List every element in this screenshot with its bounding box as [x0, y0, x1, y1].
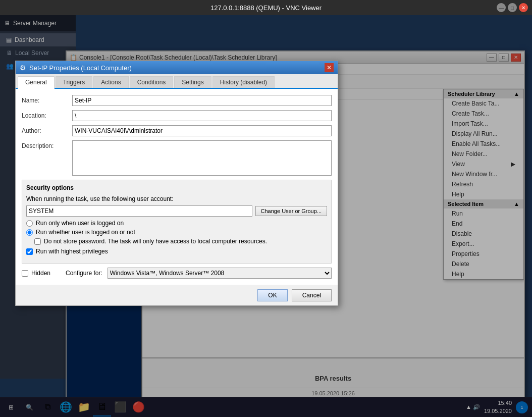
vnc-close-button[interactable]: ✕	[519, 3, 528, 12]
ok-button[interactable]: OK	[257, 289, 287, 301]
author-label: Author:	[22, 125, 72, 134]
desktop: 🖥 Server Manager ▤ Dashboard 🖥 Local Ser…	[0, 15, 532, 417]
dialog-title: Set-IP Properties (Local Computer)	[29, 64, 322, 72]
vnc-minimize-button[interactable]: —	[497, 3, 506, 12]
hidden-row: Hidden	[22, 270, 50, 277]
change-user-button[interactable]: Change User or Group...	[255, 206, 327, 216]
no-store-password-row: Do not store password. The task will onl…	[34, 238, 327, 245]
name-row: Name:	[22, 95, 332, 106]
radio-not-logged-on[interactable]	[26, 229, 33, 236]
tab-history[interactable]: History (disabled)	[212, 76, 275, 88]
location-row: Location:	[22, 110, 332, 121]
run-highest-row: Run with highest privileges	[26, 248, 327, 255]
radio-not-logged-on-label: Run whether user is logged on or not	[36, 229, 135, 236]
tab-settings[interactable]: Settings	[174, 76, 211, 88]
tab-conditions[interactable]: Conditions	[130, 76, 174, 88]
vnc-maximize-button[interactable]: □	[508, 3, 517, 12]
config-row: Hidden Configure for: Windows Vista™, Wi…	[22, 268, 332, 279]
radio-not-logged-on-row: Run whether user is logged on or not	[26, 229, 327, 236]
tab-triggers[interactable]: Triggers	[56, 76, 93, 88]
security-subtitle: When running the task, use the following…	[26, 195, 327, 202]
cancel-button[interactable]: Cancel	[292, 289, 332, 301]
set-ip-dialog: ⚙ Set-IP Properties (Local Computer) ✕ G…	[15, 61, 338, 306]
location-label: Location:	[22, 110, 72, 119]
dialog-title-icon: ⚙	[20, 64, 26, 72]
name-field[interactable]	[72, 95, 332, 106]
run-highest-checkbox[interactable]	[26, 248, 33, 255]
name-label: Name:	[22, 95, 72, 104]
configure-for-label: Configure for:	[66, 270, 102, 277]
security-options-section: Security options When running the task, …	[22, 180, 332, 264]
author-field[interactable]	[72, 125, 332, 136]
dialog-overlay: ⚙ Set-IP Properties (Local Computer) ✕ G…	[0, 15, 532, 417]
hidden-label: Hidden	[31, 270, 50, 277]
tab-actions[interactable]: Actions	[93, 76, 128, 88]
run-highest-label: Run with highest privileges	[36, 248, 108, 255]
location-field[interactable]	[72, 110, 332, 121]
no-store-password-label: Do not store password. The task will onl…	[44, 238, 267, 245]
vnc-title: 127.0.0.1:8888 (QEMU) - VNC Viewer	[210, 4, 322, 12]
dialog-titlebar: ⚙ Set-IP Properties (Local Computer) ✕	[16, 61, 338, 74]
configure-for-select[interactable]: Windows Vista™, Windows Server™ 2008	[108, 268, 332, 279]
dialog-footer: OK Cancel	[16, 285, 338, 305]
hidden-checkbox[interactable]	[22, 270, 28, 277]
vnc-titlebar: 127.0.0.1:8888 (QEMU) - VNC Viewer — □ ✕	[0, 0, 532, 15]
description-field[interactable]	[72, 140, 332, 176]
no-store-password-checkbox[interactable]	[34, 238, 41, 245]
tab-general[interactable]: General	[18, 76, 55, 89]
author-row: Author:	[22, 125, 332, 136]
dialog-body: Name: Location: Author: Description:	[16, 89, 338, 285]
dialog-close-button[interactable]: ✕	[325, 63, 334, 72]
radio-logged-on-label: Run only when user is logged on	[36, 220, 124, 227]
radio-logged-on[interactable]	[26, 220, 33, 227]
radio-logged-on-row: Run only when user is logged on	[26, 220, 327, 227]
security-title: Security options	[26, 184, 327, 191]
account-row: Change User or Group...	[26, 205, 327, 217]
dialog-tabs: General Triggers Actions Conditions Sett…	[16, 74, 338, 89]
description-row: Description:	[22, 140, 332, 176]
description-label: Description:	[22, 140, 72, 149]
account-field[interactable]	[26, 205, 252, 217]
